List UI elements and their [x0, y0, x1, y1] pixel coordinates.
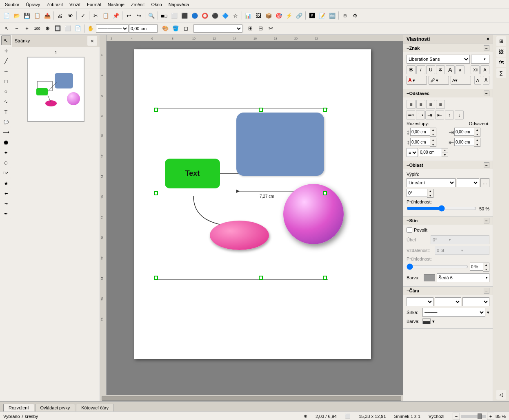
spin-down4[interactable]: ▼ [474, 142, 480, 146]
spin-up5[interactable]: ▲ [442, 148, 448, 153]
spin-down3[interactable]: ▼ [430, 142, 436, 146]
find-btn[interactable]: 🔍 [147, 11, 156, 20]
linespace-select[interactable]: ≡ [407, 148, 418, 157]
line-style-select[interactable]: ──────── [96, 24, 129, 33]
line-end-select1[interactable]: ──── [407, 297, 433, 306]
char-format-btn[interactable]: A [474, 76, 481, 85]
transparency-slider[interactable] [407, 206, 476, 211]
navigator-btn[interactable]: 🗺 [496, 57, 506, 67]
section-odstavec-header[interactable]: − Odstavec − [403, 89, 493, 97]
connector-tool[interactable]: ⟶ [1, 127, 11, 137]
line-end-select2[interactable]: ──── [435, 297, 462, 306]
callout2-tool[interactable]: □↗ [1, 168, 11, 178]
select-tool[interactable]: ↖ [1, 35, 11, 45]
align-justify-btn[interactable]: ≡ [436, 100, 445, 109]
spacing-val1[interactable] [410, 128, 430, 136]
tb20[interactable]: 🔗 [294, 11, 304, 20]
shadow-btn[interactable]: ◻ [181, 24, 191, 33]
align-center-btn[interactable]: ≡ [416, 100, 425, 109]
tb22[interactable]: 📝 [317, 11, 327, 20]
shape-blue-rect[interactable] [236, 113, 324, 176]
pages-close-btn[interactable]: × [87, 36, 97, 46]
align-left-btn[interactable]: ≡ [407, 100, 416, 109]
spin-down5[interactable]: ▼ [442, 153, 448, 157]
list-ordered-btn[interactable]: ⒈ ▾ [416, 111, 425, 119]
sel-handle-tl[interactable] [154, 108, 158, 112]
zoom-in-btn[interactable]: + [22, 24, 32, 33]
spin-up2[interactable]: ▲ [474, 128, 480, 132]
open-btn[interactable]: 📂 [12, 11, 22, 20]
fill-type-select[interactable]: Lineární [407, 178, 456, 187]
menu-zobrazit[interactable]: Zobrazit [43, 1, 66, 8]
tb8[interactable]: ⬜ [169, 11, 179, 20]
highlight-btn[interactable]: 🖊 ▾ [429, 76, 449, 85]
new-btn[interactable]: 📄 [2, 11, 11, 20]
snap-btn[interactable]: ⊞ [245, 24, 255, 33]
line-width-select[interactable]: ──── [422, 308, 485, 317]
font-size-dropdown[interactable]: ▾ [484, 57, 486, 61]
ellipse-tool[interactable]: ○ [1, 86, 11, 96]
star-tool[interactable]: ★ [1, 178, 11, 188]
spin-trans-up[interactable]: ▲ [483, 263, 489, 267]
tb12[interactable]: ⚫ [210, 11, 220, 20]
font-select2[interactable] [193, 24, 242, 33]
menu-format[interactable]: Formát [84, 1, 104, 8]
sel-handle-tm[interactable] [259, 108, 263, 112]
hscroll-thumb[interactable] [102, 396, 401, 401]
rect-tool[interactable]: □ [1, 76, 11, 86]
sel-handle-ml[interactable] [154, 191, 158, 195]
callout-tool[interactable]: 💬 [1, 117, 11, 127]
trim-btn[interactable]: ✂ [266, 24, 276, 33]
char-spacing-btn[interactable]: Ⅻ [471, 65, 480, 74]
tb18[interactable]: 🎯 [274, 11, 284, 20]
hscroll-bar[interactable] [100, 395, 403, 401]
eyedrop-tool[interactable]: ✒ [1, 209, 11, 219]
shadow-enable-checkbox[interactable] [407, 227, 412, 233]
sidebar-collapse-btn[interactable]: ◁ [496, 390, 506, 400]
preview-btn[interactable]: 👁 [65, 11, 75, 20]
pages-content[interactable]: 1 [12, 47, 100, 401]
tab-ovladaci[interactable]: Ovládací prvky [35, 404, 76, 411]
properties-close-btn[interactable]: × [487, 36, 489, 42]
menu-napoveda[interactable]: Nápověda [165, 1, 192, 8]
italic-btn[interactable]: I [416, 65, 425, 74]
export-btn[interactable]: 📤 [42, 11, 52, 20]
tb21[interactable]: 🅰 [307, 11, 317, 20]
spin-down2[interactable]: ▼ [474, 132, 480, 136]
tab-rozvrzeni[interactable]: Rozvržení [3, 404, 34, 411]
tb10[interactable]: 🔵 [190, 11, 200, 20]
menu-soubor[interactable]: Soubor [2, 1, 22, 8]
shadow-trans-val[interactable] [470, 263, 483, 271]
indent-link-btn[interactable]: ⇥ [425, 111, 434, 119]
font-color-arrow[interactable]: ▾ [413, 78, 415, 83]
sel-handle-br[interactable] [323, 276, 327, 280]
line-width-arrow[interactable]: ▾ [487, 310, 489, 315]
sel-handle-mr[interactable] [323, 191, 327, 195]
section-cara-header[interactable]: − Čára − [403, 287, 493, 295]
tb25[interactable]: ⚙ [350, 11, 360, 20]
line-end-select3[interactable]: ──── [462, 297, 489, 306]
menu-upravy[interactable]: Úpravy [22, 1, 43, 8]
arrow-tool[interactable]: → [1, 66, 11, 76]
symbol-tool[interactable]: ✦ [1, 148, 11, 157]
spin-rot-up[interactable]: ▲ [427, 189, 433, 193]
menu-nastroje[interactable]: Nástroje [104, 1, 128, 8]
tb16[interactable]: 🖼 [253, 11, 263, 20]
sel-handle-bm[interactable] [259, 276, 263, 280]
zoom-out-btn[interactable]: − [12, 24, 22, 33]
flowchart-tool[interactable]: ⬡ [1, 158, 11, 168]
tb17[interactable]: 📦 [264, 11, 273, 20]
spacing-val3[interactable] [410, 138, 430, 146]
redo-btn[interactable]: ↪ [134, 11, 144, 20]
functions-btn[interactable]: ∑ [496, 68, 506, 78]
shadow-angle-spin[interactable]: ▾ [449, 238, 451, 242]
fill-btn[interactable]: 🪣 [171, 24, 180, 33]
shadow-angle-val[interactable] [433, 237, 449, 242]
zoom-page3-btn[interactable]: 📄 [73, 24, 83, 33]
basic-shapes-tool[interactable]: ⬟ [1, 137, 11, 147]
tab-kotovaci[interactable]: Kótovací čáry [76, 404, 114, 411]
highlight-arrow[interactable]: ▾ [436, 78, 438, 83]
bold-btn[interactable]: B [407, 65, 416, 74]
spin-up4[interactable]: ▲ [474, 138, 480, 142]
font-size-input[interactable] [471, 57, 484, 62]
